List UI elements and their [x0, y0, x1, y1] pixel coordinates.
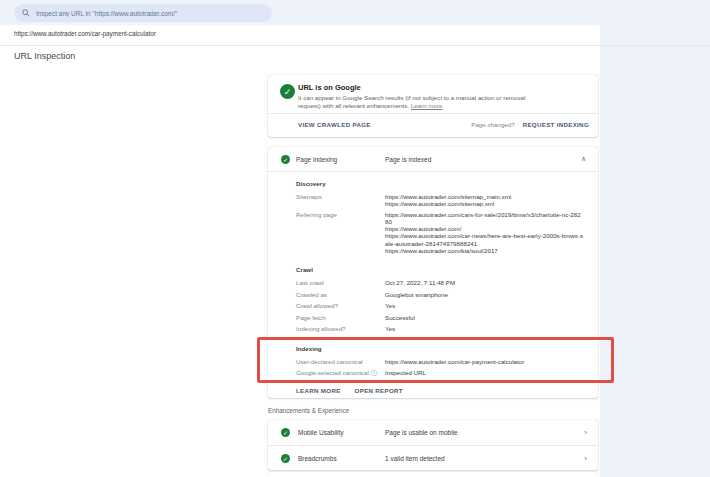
row-label: Sitemaps [296, 193, 385, 208]
page-indexing-body: Discovery Sitemaps https://www.autotrade… [296, 172, 584, 380]
breadcrumbs-row[interactable]: ✓ Breadcrumbs 1 valid item detected › [268, 445, 598, 470]
chevron-up-icon[interactable]: ∧ [581, 155, 586, 163]
enhancements-card: ✓ Mobile Usability Page is usable on mob… [268, 420, 598, 470]
page-indexing-header[interactable]: ✓ Page indexing Page is indexed ∧ [268, 147, 598, 172]
row-value: Inspected URL [385, 369, 584, 380]
referring-page-row: Referring page https://www.autotrader.co… [296, 211, 584, 255]
page-indexing-footer: LEARN MORE OPEN REPORT [296, 387, 403, 394]
verdict-description: It can appear in Google Search results (… [298, 94, 543, 109]
verdict-footer-actions: Page changed? REQUEST INDEXING [471, 121, 589, 128]
page-indexing-label: Page indexing [296, 156, 337, 163]
row-value: Yes [385, 325, 584, 337]
url-inspection-screen: https://www.autotrader.com/car-payment-c… [0, 0, 710, 477]
sitemap-url: https://www.autotrader.com/sitemap.xml [385, 200, 584, 207]
row-value: Googlebot smartphone [385, 291, 584, 303]
row-label: Google-selected canonical ⓘ [296, 369, 385, 380]
chevron-right-icon: › [584, 454, 587, 463]
right-background-strip [600, 0, 710, 477]
breadcrumbs-label: Breadcrumbs [298, 455, 337, 462]
crawled-as-row: Crawled as Googlebot smartphone [296, 291, 584, 303]
row-label: User-declared canonical [296, 358, 385, 369]
verdict-title: URL is on Google [298, 83, 361, 92]
sitemap-url: https://www.autotrader.com/sitemap_main.… [385, 193, 584, 200]
next-card-partial [268, 472, 598, 477]
row-value: https://www.autotrader.com/car-payment-c… [385, 358, 584, 369]
check-glyph: ✓ [283, 156, 288, 163]
row-label-text: Google-selected canonical [296, 369, 369, 376]
row-value: Oct 27, 2022, 7:11:48 PM [385, 279, 584, 291]
indexing-allowed-row: Indexing allowed? Yes [296, 325, 584, 337]
success-check-icon: ✓ [281, 428, 290, 437]
request-indexing-button[interactable]: REQUEST INDEXING [523, 121, 589, 128]
success-check-icon: ✓ [280, 84, 295, 99]
crawl-section-header: Crawl [296, 266, 584, 274]
breadcrumbs-status: 1 valid item detected [385, 455, 445, 462]
verdict-card: ✓ URL is on Google It can appear in Goog… [268, 75, 598, 137]
row-label: Page fetch [296, 314, 385, 326]
learn-more-button[interactable]: LEARN MORE [296, 387, 341, 394]
search-icon [22, 9, 30, 17]
discovery-section-header: Discovery [296, 180, 584, 188]
referring-url: https://www.autotrader.com/cars-for-sale… [385, 211, 584, 226]
page-indexing-status: Page is indexed [385, 156, 431, 163]
mobile-usability-status: Page is usable on mobile [385, 429, 458, 436]
enhancements-section-header: Enhancements & Experience [268, 407, 349, 414]
url-inspect-search[interactable] [14, 4, 272, 22]
row-label: Last crawl [296, 279, 385, 291]
section-gap [296, 337, 584, 345]
view-crawled-page-button[interactable]: VIEW CRAWLED PAGE [298, 121, 371, 128]
success-check-icon: ✓ [281, 155, 290, 164]
page-changed-label: Page changed? [471, 121, 514, 128]
row-label: Crawled as [296, 291, 385, 303]
referring-url: https://www.autotrader.com/ [385, 225, 584, 232]
row-value: https://www.autotrader.com/cars-for-sale… [385, 211, 584, 255]
referring-url: https://www.autotrader.com/kia/soul/2017 [385, 247, 584, 254]
inspected-url-breadcrumb: https://www.autotrader.com/car-payment-c… [14, 30, 156, 37]
search-input[interactable] [36, 10, 256, 17]
row-value: Yes [385, 302, 584, 314]
check-glyph: ✓ [284, 87, 292, 97]
header-divider [0, 45, 710, 46]
check-glyph: ✓ [283, 455, 288, 462]
crawl-allowed-row: Crawl allowed? Yes [296, 302, 584, 314]
referring-url: https://www.autotrader.com/car-news/here… [385, 232, 584, 247]
row-label: Indexing allowed? [296, 325, 385, 337]
row-label: Crawl allowed? [296, 302, 385, 314]
section-gap [296, 254, 584, 266]
mobile-usability-label: Mobile Usability [298, 429, 344, 436]
chevron-right-icon: › [584, 428, 587, 437]
sitemaps-row: Sitemaps https://www.autotrader.com/site… [296, 193, 584, 208]
check-glyph: ✓ [283, 429, 288, 436]
card-divider [268, 380, 598, 381]
last-crawl-row: Last crawl Oct 27, 2022, 7:11:48 PM [296, 279, 584, 291]
learn-more-link[interactable]: Learn more [411, 102, 443, 109]
row-value: https://www.autotrader.com/sitemap_main.… [385, 193, 584, 208]
open-report-button[interactable]: OPEN REPORT [355, 387, 403, 394]
row-label: Referring page [296, 211, 385, 255]
user-declared-canonical-row: User-declared canonical https://www.auto… [296, 358, 584, 369]
top-search-bar [0, 0, 710, 25]
info-icon[interactable]: ⓘ [371, 370, 377, 376]
page-title: URL Inspection [14, 51, 75, 61]
row-value: Successful [385, 314, 584, 326]
page-indexing-card: ✓ Page indexing Page is indexed ∧ Discov… [268, 147, 598, 398]
success-check-icon: ✓ [281, 454, 290, 463]
page-fetch-row: Page fetch Successful [296, 314, 584, 326]
indexing-section-header: Indexing [296, 345, 584, 353]
card-divider [268, 113, 598, 114]
mobile-usability-row[interactable]: ✓ Mobile Usability Page is usable on mob… [268, 420, 598, 445]
google-selected-canonical-row: Google-selected canonical ⓘ Inspected UR… [296, 369, 584, 380]
